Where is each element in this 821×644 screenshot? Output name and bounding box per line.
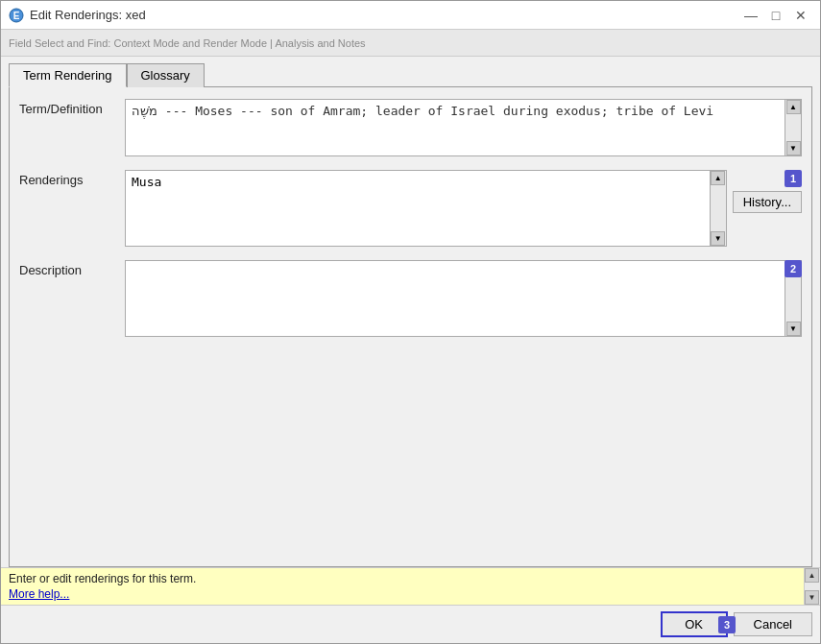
description-textarea-wrapper: ▲ ▼ 2 (125, 260, 802, 337)
renderings-controls: 1 History... (733, 170, 802, 213)
app-icon: E (9, 8, 24, 23)
description-label: Description (19, 260, 125, 277)
ok-badge: 3 (718, 616, 736, 633)
renderings-row: Renderings ▲ ▼ 1 History... (19, 170, 802, 247)
scroll-down-arrow[interactable]: ▼ (786, 141, 801, 155)
description-scroll-track (785, 275, 801, 322)
status-scrollbar[interactable]: ▲ ▼ (804, 568, 820, 605)
dialog-window: E Edit Renderings: xed — □ ✕ Field Selec… (0, 0, 821, 644)
dialog-content: Term Rendering Glossary Term/Definition … (1, 57, 820, 567)
term-definition-label: Term/Definition (19, 99, 125, 116)
title-bar: E Edit Renderings: xed — □ ✕ (1, 1, 820, 30)
renderings-field[interactable] (125, 170, 711, 247)
description-row: Description ▲ ▼ 2 (19, 260, 802, 401)
maximize-button[interactable]: □ (764, 5, 787, 26)
tab-bar: Term Rendering Glossary (1, 57, 820, 86)
svg-text:E: E (13, 11, 20, 21)
title-bar-left: E Edit Renderings: xed (9, 8, 146, 23)
renderings-scroll-up[interactable]: ▲ (711, 171, 725, 185)
tab-glossary[interactable]: Glossary (127, 63, 205, 87)
scroll-track (785, 114, 801, 141)
term-def-scrollbar[interactable]: ▲ ▼ (785, 99, 802, 156)
term-definition-field[interactable]: מֹשֶׁה --- Moses --- son of Amram; leade… (125, 99, 785, 156)
renderings-badge: 1 (785, 170, 802, 187)
scroll-up-arrow[interactable]: ▲ (786, 100, 801, 114)
status-scroll-up[interactable]: ▲ (805, 568, 819, 583)
history-button[interactable]: History... (733, 191, 802, 213)
button-bar: 3 OK Cancel (1, 605, 820, 643)
parent-content-bar: Field Select and Find: Context Mode and … (1, 30, 820, 57)
term-definition-row: Term/Definition מֹשֶׁה --- Moses --- son… (19, 99, 802, 156)
description-scroll-down[interactable]: ▼ (786, 322, 801, 336)
description-badge: 2 (785, 260, 802, 277)
renderings-scrollbar[interactable]: ▲ ▼ (711, 170, 727, 247)
renderings-textarea-wrapper: ▲ ▼ (125, 170, 727, 247)
status-message: Enter or edit renderings for this term. (9, 572, 812, 585)
more-help-link[interactable]: More help... (9, 587, 812, 601)
tab-panel-term-rendering: Term/Definition מֹשֶׁה --- Moses --- son… (9, 86, 812, 567)
description-field[interactable] (125, 260, 785, 337)
term-definition-wrapper: מֹשֶׁה --- Moses --- son of Amram; leade… (125, 99, 802, 156)
status-scroll-down[interactable]: ▼ (805, 590, 819, 605)
status-bar: Enter or edit renderings for this term. … (1, 567, 820, 605)
close-button[interactable]: ✕ (789, 5, 812, 26)
parent-content-text: Field Select and Find: Context Mode and … (9, 37, 366, 49)
window-title: Edit Renderings: xed (30, 8, 146, 22)
renderings-label: Renderings (19, 170, 125, 187)
tab-term-rendering[interactable]: Term Rendering (9, 63, 127, 87)
minimize-button[interactable]: — (739, 5, 762, 26)
cancel-button[interactable]: Cancel (734, 612, 812, 636)
title-bar-controls: — □ ✕ (739, 5, 812, 26)
renderings-scroll-down[interactable]: ▼ (711, 231, 725, 246)
renderings-scroll-track (711, 185, 726, 231)
